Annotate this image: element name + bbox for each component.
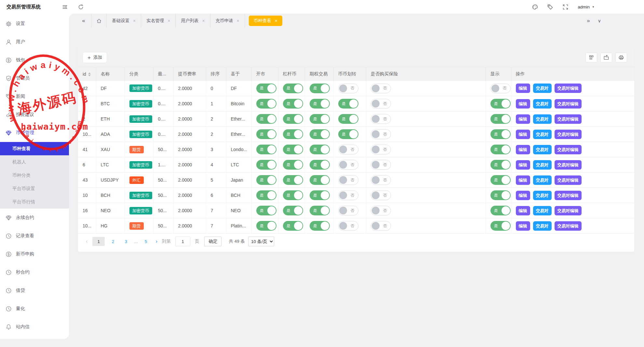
pair-edit-button[interactable]: 交易对编辑 [555,114,582,124]
leverage-toggle[interactable]: 是 [283,145,303,154]
options-toggle[interactable]: 是 [310,190,330,200]
close-icon[interactable]: × [168,18,170,23]
display-toggle[interactable]: 是 [490,114,511,124]
insurance-toggle[interactable]: 否 [371,206,391,215]
edit-button[interactable]: 编辑 [516,130,530,139]
page-2[interactable]: 2 [108,237,118,246]
sidebar-item-0[interactable]: 设置 [0,15,69,33]
pair-button[interactable]: 交易对 [533,99,552,109]
sidebar-subitem-4[interactable]: 平台币行情 [0,195,69,209]
sidebar-item-13[interactable]: 站内信 [0,318,69,336]
user-menu[interactable]: admin ▼ [578,5,595,9]
transfer-toggle[interactable]: 是 [338,114,358,124]
sidebar-item-7[interactable]: 永续合约 [0,209,69,227]
leverage-toggle[interactable]: 是 [283,99,303,109]
fullscreen-icon[interactable] [562,4,569,10]
pair-button[interactable]: 交易对 [533,206,552,215]
edit-button[interactable]: 编辑 [516,175,530,185]
options-toggle[interactable]: 是 [310,221,330,231]
confirm-page-button[interactable]: 确定 [204,237,221,246]
insurance-toggle[interactable]: 否 [371,129,391,139]
display-toggle[interactable]: 是 [490,175,511,185]
pair-edit-button[interactable]: 交易对编辑 [555,84,582,93]
options-toggle[interactable]: 是 [310,145,330,154]
open-market-toggle[interactable]: 是 [256,160,276,170]
sidebar-item-5[interactable]: 投资建议 [0,106,69,124]
open-market-toggle[interactable]: 是 [256,190,276,200]
goto-page-input[interactable] [175,237,190,246]
tab-3[interactable]: 充币申请× [210,14,245,28]
page-3[interactable]: 3 [121,237,131,246]
edit-button[interactable]: 编辑 [516,221,530,231]
sidebar-subitem-0[interactable]: 币种查看 [0,142,69,155]
sidebar-item-1[interactable]: 用户 [0,33,69,51]
sidebar-subitem-3[interactable]: 平台币设置 [0,182,69,195]
leverage-toggle[interactable]: 是 [283,114,303,124]
transfer-toggle[interactable]: 是 [338,129,358,139]
sidebar-item-10[interactable]: 秒合约 [0,263,69,281]
pair-button[interactable]: 交易对 [533,114,552,124]
pair-button[interactable]: 交易对 [533,175,552,185]
insurance-toggle[interactable]: 否 [371,99,391,109]
export-button[interactable] [600,53,612,62]
display-toggle[interactable]: 是 [490,190,511,200]
pair-edit-button[interactable]: 交易对编辑 [555,175,582,185]
close-icon[interactable]: × [275,18,277,23]
tab-menu-chevron-down-icon[interactable]: ∨ [598,18,601,23]
display-toggle[interactable]: 是 [490,145,511,154]
display-toggle[interactable]: 是 [490,160,511,170]
pair-button[interactable]: 交易对 [533,160,552,170]
open-market-toggle[interactable]: 是 [256,84,276,93]
sidebar-item-8[interactable]: 记录查看 [0,227,69,245]
tab-0[interactable]: 基础设置× [107,14,141,28]
scroll-tabs-right-icon[interactable]: » [587,18,590,24]
edit-button[interactable]: 编辑 [516,191,530,200]
sidebar-item-9[interactable]: 新币申购 [0,245,69,263]
insurance-toggle[interactable]: 否 [371,221,391,231]
add-button[interactable]: + 添加 [83,52,107,63]
options-toggle[interactable]: 是 [310,129,330,139]
transfer-toggle[interactable]: 否 [338,221,358,231]
insurance-toggle[interactable]: 否 [371,84,391,93]
close-icon[interactable]: × [237,18,239,23]
sidebar-subitem-2[interactable]: 币种分类 [0,169,69,182]
open-market-toggle[interactable]: 是 [256,114,276,124]
edit-button[interactable]: 编辑 [516,206,530,215]
tag-icon[interactable] [547,4,553,10]
insurance-toggle[interactable]: 否 [371,160,391,170]
sidebar-item-4[interactable]: 新闻 [0,87,69,106]
insurance-toggle[interactable]: 否 [371,175,391,185]
leverage-toggle[interactable]: 是 [283,221,303,231]
edit-button[interactable]: 编辑 [516,99,530,109]
leverage-toggle[interactable]: 是 [283,190,303,200]
display-toggle[interactable]: 是 [490,206,511,215]
sidebar-item-3[interactable]: 管理员 [0,69,69,87]
open-market-toggle[interactable]: 是 [256,175,276,185]
leverage-toggle[interactable]: 是 [283,84,303,93]
menu-fold-icon[interactable] [62,4,68,10]
transfer-toggle[interactable]: 否 [338,84,358,93]
refresh-icon[interactable] [78,4,84,10]
open-market-toggle[interactable]: 是 [256,221,276,231]
transfer-toggle[interactable]: 否 [338,175,358,185]
options-toggle[interactable]: 是 [310,114,330,124]
sidebar-subitem-1[interactable]: 机器人 [0,155,69,169]
open-market-toggle[interactable]: 是 [256,129,276,139]
toggle-columns-button[interactable] [585,53,597,62]
pair-edit-button[interactable]: 交易对编辑 [555,145,582,154]
insurance-toggle[interactable]: 否 [371,114,391,124]
pair-edit-button[interactable]: 交易对编辑 [555,191,582,200]
page-5[interactable]: 5 [141,237,151,246]
prev-page-icon[interactable]: ‹ [86,238,87,244]
options-toggle[interactable]: 是 [310,84,330,93]
options-toggle[interactable]: 是 [310,160,330,170]
open-market-toggle[interactable]: 是 [256,145,276,154]
home-tab-button[interactable] [91,14,107,28]
options-toggle[interactable]: 是 [310,206,330,215]
close-icon[interactable]: × [133,18,136,23]
tab-1[interactable]: 实名管理× [141,14,176,28]
pair-edit-button[interactable]: 交易对编辑 [555,130,582,139]
transfer-toggle[interactable]: 否 [338,206,358,215]
print-button[interactable] [615,53,627,62]
sort-icon[interactable] [88,72,91,76]
